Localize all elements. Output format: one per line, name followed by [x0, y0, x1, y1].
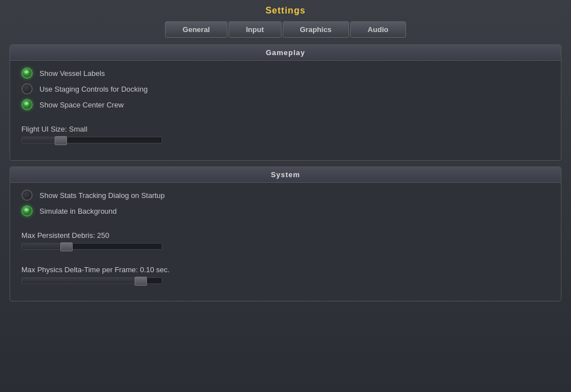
toggle-show-space-center-crew[interactable] — [21, 99, 33, 110]
option-show-stats-tracking: Show Stats Tracking Dialog on Startup — [21, 190, 550, 201]
tab-graphics[interactable]: Graphics — [283, 21, 349, 38]
label-simulate-in-background: Simulate in Background — [39, 207, 117, 215]
label-show-vessel-labels: Show Vessel Labels — [39, 69, 105, 78]
flight-ui-size-section: Flight UI Size: Small — [21, 125, 550, 143]
system-header: System — [10, 167, 561, 183]
flight-ui-size-track[interactable] — [21, 137, 162, 143]
option-show-vessel-labels: Show Vessel Labels — [21, 67, 550, 79]
max-physics-delta-thumb[interactable] — [135, 277, 147, 286]
toggle-show-stats-tracking[interactable] — [21, 190, 33, 201]
toggle-use-staging-controls[interactable] — [21, 83, 33, 94]
system-section: System Show Stats Tracking Dialog on Sta… — [10, 166, 561, 301]
option-use-staging-controls: Use Staging Controls for Docking — [21, 83, 550, 94]
tab-general[interactable]: General — [165, 21, 227, 38]
max-physics-delta-section: Max Physics Delta-Time per Frame: 0.10 s… — [21, 265, 550, 284]
option-show-space-center-crew: Show Space Center Crew — [21, 99, 550, 110]
label-use-staging-controls: Use Staging Controls for Docking — [39, 85, 148, 93]
gameplay-section: Gameplay Show Vessel Labels Use Staging … — [10, 44, 561, 161]
flight-ui-size-thumb[interactable] — [55, 136, 67, 145]
max-persistent-debris-track[interactable] — [21, 243, 162, 250]
max-persistent-debris-thumb[interactable] — [60, 242, 73, 251]
label-show-stats-tracking: Show Stats Tracking Dialog on Startup — [39, 191, 165, 200]
gameplay-header: Gameplay — [10, 45, 561, 61]
max-persistent-debris-label: Max Persistent Debris: 250 — [21, 231, 550, 240]
label-show-space-center-crew: Show Space Center Crew — [39, 101, 124, 109]
toggle-show-vessel-labels[interactable] — [21, 67, 33, 79]
tab-input[interactable]: Input — [229, 21, 282, 38]
max-physics-delta-fill — [22, 278, 141, 283]
gameplay-content: Show Vessel Labels Use Staging Controls … — [10, 61, 561, 160]
flight-ui-size-label: Flight UI Size: Small — [21, 125, 550, 133]
window-title: Settings — [265, 6, 305, 16]
sections-wrapper: Gameplay Show Vessel Labels Use Staging … — [10, 44, 561, 301]
max-physics-delta-label: Max Physics Delta-Time per Frame: 0.10 s… — [21, 265, 550, 274]
toggle-simulate-in-background[interactable] — [21, 205, 33, 217]
settings-window: Settings General Input Graphics Audio Ga… — [0, 0, 571, 392]
system-content: Show Stats Tracking Dialog on Startup Si… — [10, 183, 561, 301]
tab-audio[interactable]: Audio — [350, 21, 406, 38]
tab-bar: General Input Graphics Audio — [165, 21, 405, 38]
max-physics-delta-track[interactable] — [21, 277, 162, 284]
option-simulate-in-background: Simulate in Background — [21, 205, 550, 217]
max-persistent-debris-section: Max Persistent Debris: 250 — [21, 231, 550, 250]
